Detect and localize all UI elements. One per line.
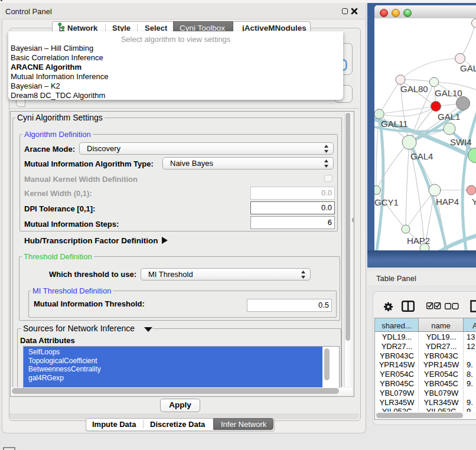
svg-text:GAL10: GAL10 [435, 88, 462, 98]
svg-text:GAL4: GAL4 [410, 151, 433, 161]
svg-text:GAL7: GAL7 [460, 63, 476, 73]
svg-text:HAP4: HAP4 [436, 197, 459, 207]
svg-text:GCY1: GCY1 [374, 197, 399, 207]
svg-text:SWI4: SWI4 [450, 137, 472, 147]
svg-text:Y: Y [472, 197, 476, 207]
svg-text:GAL80: GAL80 [400, 84, 428, 94]
svg-text:GAL11: GAL11 [381, 119, 408, 129]
svg-text:HAP2: HAP2 [407, 236, 430, 246]
svg-text:GAL1: GAL1 [438, 112, 460, 122]
